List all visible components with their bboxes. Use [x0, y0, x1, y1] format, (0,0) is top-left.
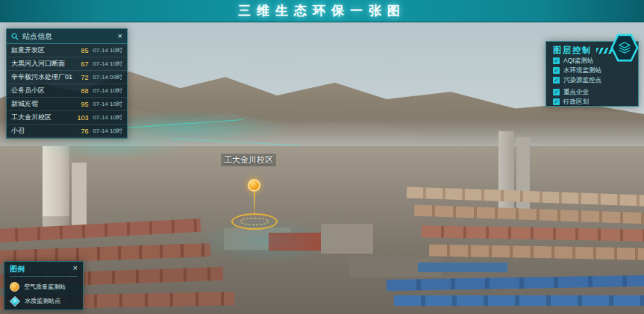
station-value: 95: [73, 101, 88, 108]
station-row[interactable]: 小召7607-14 10时: [7, 125, 127, 138]
layer-item[interactable]: ✓污染源监控点: [553, 75, 631, 85]
station-panel-header: 站点信息 ×: [7, 29, 127, 44]
station-name: 工大金川校区: [11, 113, 73, 122]
station-row[interactable]: 工大金川校区10307-14 10时: [7, 111, 127, 125]
map-legend-panel: 图例 × 空气质量监测站水质监测站点: [4, 261, 84, 310]
building-block: [72, 163, 87, 227]
station-name: 新城宾馆: [11, 99, 73, 109]
page-title: 三维生态环保一张图: [238, 2, 406, 19]
layer-label: 行政区划: [563, 98, 589, 107]
layer-panel-title: 图层控制: [553, 45, 592, 56]
station-name: 如意开发区: [11, 45, 73, 55]
station-marker-pin[interactable]: [248, 179, 260, 192]
air-station-icon: [10, 282, 19, 292]
building-block: [418, 263, 507, 272]
layer-item[interactable]: ✓重点企业: [553, 87, 631, 97]
building-block: [269, 233, 321, 251]
station-panel-title: 站点信息: [22, 31, 114, 42]
station-name: 小召: [11, 126, 73, 136]
map-legend-item: 空气质量监测站: [10, 282, 78, 292]
search-icon[interactable]: [11, 33, 19, 40]
layer-list: ✓AQI监测站✓水环境监测站✓污染源监控点✓重点企业✓行政区划: [553, 56, 631, 107]
layer-checkbox[interactable]: ✓: [553, 67, 560, 74]
app-root: 工大金川校区 三维生态环保一张图 站点信息 × 如意开发区8507-14 10时…: [0, 0, 644, 314]
close-icon[interactable]: ×: [73, 264, 78, 274]
close-icon[interactable]: ×: [118, 32, 122, 40]
station-value: 67: [73, 60, 88, 68]
legend-panel-title: 图例: [10, 264, 73, 274]
layer-checkbox[interactable]: ✓: [553, 98, 560, 105]
legend-item-list: 空气质量监测站水质监测站点: [10, 282, 78, 305]
station-time: 07-14 09时: [93, 73, 122, 81]
map-legend-label: 水质监测站点: [25, 297, 60, 305]
station-time: 07-14 10时: [93, 87, 122, 95]
station-time: 07-14 10时: [93, 127, 122, 135]
station-value: 72: [73, 74, 88, 81]
map-legend-item: 水质监测站点: [10, 297, 78, 305]
legend-panel-header: 图例 ×: [10, 264, 78, 277]
layer-checkbox[interactable]: ✓: [553, 57, 560, 64]
layer-label: 污染源监控点: [563, 76, 601, 85]
building-block: [43, 146, 69, 227]
layer-item[interactable]: ✓水环境监测站: [553, 66, 631, 75]
map-legend-label: 空气质量监测站: [24, 283, 66, 291]
station-marker-label: 工大金川校区: [221, 154, 276, 166]
station-row[interactable]: 辛辛板污水处理厂017207-14 09时: [7, 71, 127, 84]
layer-item[interactable]: ✓行政区划: [553, 97, 631, 107]
station-time: 07-14 10时: [93, 60, 122, 68]
building-block: [394, 295, 644, 306]
station-time: 07-14 10时: [93, 113, 122, 122]
building-block: [321, 224, 373, 254]
station-row[interactable]: 新城宾馆9507-14 10时: [7, 98, 127, 111]
water-station-icon: [10, 295, 20, 306]
station-time: 07-14 10时: [93, 46, 122, 54]
station-row[interactable]: 公务员小区8807-14 10时: [7, 84, 127, 98]
station-panel: 站点信息 × 如意开发区8507-14 10时大黑河入河口断面6707-14 1…: [6, 28, 128, 139]
layers-icon: [613, 35, 637, 60]
station-name: 大黑河入河口断面: [11, 59, 73, 69]
station-time: 07-14 10时: [93, 100, 122, 108]
station-value: 76: [73, 128, 88, 135]
station-value: 88: [73, 87, 88, 95]
layer-checkbox[interactable]: ✓: [553, 77, 560, 84]
station-value: 85: [73, 47, 88, 54]
station-name: 公务员小区: [11, 86, 73, 95]
layer-label: AQI监测站: [563, 57, 593, 66]
marker-stem: [254, 192, 255, 216]
layer-label: 水环境监测站: [563, 66, 601, 75]
station-row[interactable]: 大黑河入河口断面6707-14 10时: [7, 57, 127, 71]
station-value: 103: [73, 114, 88, 122]
layer-checkbox[interactable]: ✓: [553, 89, 560, 95]
station-name: 辛辛板污水处理厂01: [11, 72, 73, 82]
layer-label: 重点企业: [563, 88, 589, 97]
station-row[interactable]: 如意开发区8507-14 10时: [7, 44, 127, 57]
station-list: 如意开发区8507-14 10时大黑河入河口断面6707-14 10时辛辛板污水…: [7, 44, 127, 138]
header-bar: 三维生态环保一张图: [0, 0, 644, 22]
